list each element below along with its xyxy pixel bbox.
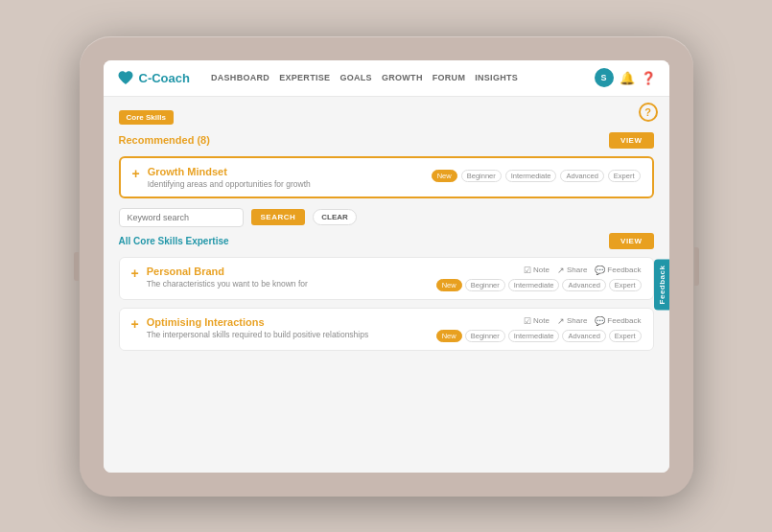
pb-level-beginner[interactable]: Beginner: [465, 279, 505, 291]
personal-brand-actions: ☑ Note ↗ Share 💬 Feedback: [524, 266, 641, 275]
optimising-plus-icon: +: [131, 317, 139, 331]
personal-brand-title: Personal Brand: [147, 266, 429, 277]
optimising-right: ☑ Note ↗ Share 💬 Feedback New: [436, 316, 642, 342]
opt-level-intermediate[interactable]: Intermediate: [508, 330, 560, 342]
optimising-interactions-card[interactable]: + Optimising Interactions The interperso…: [119, 308, 654, 351]
opt-level-expert[interactable]: Expert: [609, 330, 642, 342]
personal-brand-card[interactable]: + Personal Brand The characteristics you…: [119, 257, 654, 300]
optimising-title: Optimising Interactions: [147, 316, 429, 328]
growth-card-levels: New Beginner Intermediate Advanced Exper…: [432, 170, 641, 182]
share-label: Share: [567, 266, 587, 274]
opt-feedback-label: Feedback: [607, 316, 641, 325]
note-label: Note: [533, 266, 550, 274]
note-icon: ☑: [524, 266, 531, 275]
search-row: SEARCH CLEAR: [119, 208, 654, 227]
note-action[interactable]: ☑ Note: [524, 266, 550, 275]
user-avatar[interactable]: S: [595, 68, 614, 87]
pb-level-intermediate[interactable]: Intermediate: [508, 279, 560, 291]
share-icon: ↗: [557, 266, 565, 275]
opt-note-icon: ☑: [524, 316, 531, 326]
optimising-left: Optimising Interactions The interpersona…: [147, 316, 429, 340]
nav-icons: S 🔔 ❓: [595, 68, 656, 87]
nav-goals[interactable]: GOALS: [339, 73, 372, 82]
tablet-screen: C-Coach DASHBOARD EXPERTISE GOALS GROWTH…: [104, 60, 669, 473]
clear-button[interactable]: CLEAR: [313, 209, 357, 225]
personal-brand-levels: New Beginner Intermediate Advanced Exper…: [436, 279, 642, 291]
logo-heart-icon: [117, 69, 134, 86]
help-icon[interactable]: ❓: [641, 71, 656, 85]
level-beginner[interactable]: Beginner: [461, 170, 502, 182]
nav-forum[interactable]: FORUM: [433, 73, 466, 82]
opt-share-action[interactable]: ↗ Share: [557, 316, 587, 326]
opt-feedback-icon: 💬: [595, 316, 605, 326]
feedback-tab[interactable]: Feedback: [654, 259, 669, 310]
opt-share-icon: ↗: [557, 316, 565, 326]
opt-note-action[interactable]: ☑ Note: [524, 316, 550, 326]
main-content: ? Core Skills Recommended (8) VIEW + Gro…: [104, 97, 669, 473]
personal-brand-desc: The characteristics you want to be known…: [147, 279, 429, 289]
bell-icon[interactable]: 🔔: [620, 71, 635, 85]
tablet-device: C-Coach DASHBOARD EXPERTISE GOALS GROWTH…: [80, 36, 693, 497]
feedback-icon: 💬: [595, 266, 605, 275]
level-intermediate[interactable]: Intermediate: [505, 170, 557, 182]
growth-card-desc: Identifying areas and opportunities for …: [148, 179, 424, 189]
logo-text: C-Coach: [139, 71, 190, 85]
navbar: C-Coach DASHBOARD EXPERTISE GOALS GROWTH…: [104, 60, 669, 97]
feedback-label: Feedback: [607, 266, 641, 274]
pb-level-new[interactable]: New: [436, 279, 462, 291]
share-action[interactable]: ↗ Share: [557, 266, 587, 275]
recommended-row: Recommended (8) VIEW: [119, 132, 654, 149]
core-skills-badge[interactable]: Core Skills: [119, 110, 174, 125]
nav-growth[interactable]: GROWTH: [382, 73, 423, 82]
opt-share-label: Share: [567, 316, 587, 325]
personal-brand-right: ☑ Note ↗ Share 💬 Feedback New: [436, 266, 642, 291]
optimising-levels: New Beginner Intermediate Advanced Exper…: [436, 330, 642, 342]
logo-area: C-Coach: [117, 69, 190, 86]
nav-links: DASHBOARD EXPERTISE GOALS GROWTH FORUM I…: [211, 73, 585, 82]
search-button[interactable]: SEARCH: [251, 209, 306, 225]
level-expert[interactable]: Expert: [608, 170, 641, 182]
all-view-button[interactable]: VIEW: [609, 233, 653, 249]
optimising-actions: ☑ Note ↗ Share 💬 Feedback: [524, 316, 641, 326]
opt-level-beginner[interactable]: Beginner: [465, 330, 505, 342]
nav-expertise[interactable]: EXPERTISE: [279, 73, 330, 82]
pb-level-expert[interactable]: Expert: [609, 279, 642, 291]
feedback-action[interactable]: 💬 Feedback: [595, 266, 641, 275]
personal-brand-plus-icon: +: [131, 266, 139, 280]
level-advanced[interactable]: Advanced: [560, 170, 603, 182]
pb-level-advanced[interactable]: Advanced: [562, 279, 605, 291]
all-core-skills-link[interactable]: All Core Skills Expertise: [119, 236, 229, 246]
personal-brand-left: Personal Brand The characteristics you w…: [147, 266, 429, 289]
growth-mindset-card[interactable]: + Growth Mindset Identifying areas and o…: [119, 156, 654, 198]
opt-feedback-action[interactable]: 💬 Feedback: [595, 316, 641, 326]
opt-note-label: Note: [533, 316, 550, 325]
growth-card-title: Growth Mindset: [148, 166, 424, 177]
recommended-label: Recommended (8): [119, 134, 210, 146]
nav-dashboard[interactable]: DASHBOARD: [211, 73, 269, 82]
nav-insights[interactable]: INSIGHTS: [475, 73, 518, 82]
level-new[interactable]: New: [432, 170, 457, 182]
growth-card-content: Growth Mindset Identifying areas and opp…: [148, 166, 424, 189]
help-circle-button[interactable]: ?: [639, 103, 658, 122]
search-input[interactable]: [119, 208, 244, 227]
opt-level-advanced[interactable]: Advanced: [562, 330, 605, 342]
optimising-desc: The interpersonal skills required to bui…: [147, 330, 429, 340]
card-plus-icon: +: [132, 167, 140, 180]
core-skills-row: All Core Skills Expertise VIEW: [119, 233, 654, 249]
opt-level-new[interactable]: New: [436, 330, 462, 342]
recommended-view-button[interactable]: VIEW: [609, 132, 653, 149]
